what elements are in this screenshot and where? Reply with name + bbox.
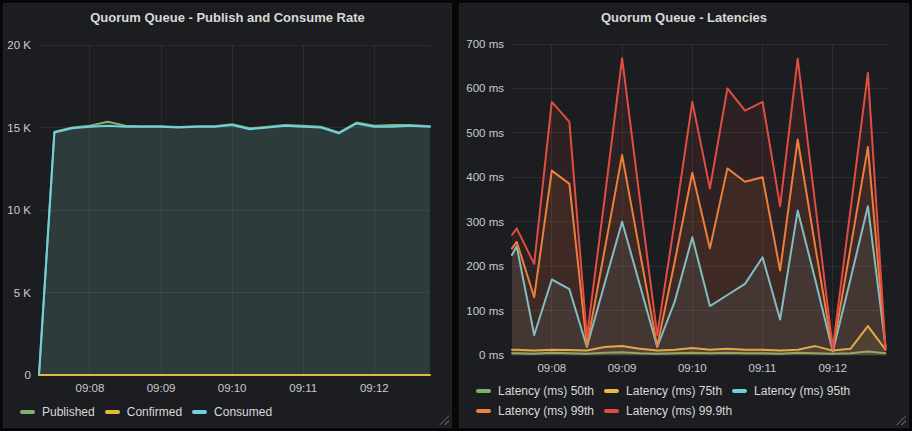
svg-text:09:09: 09:09: [147, 382, 176, 394]
series-area: [39, 123, 430, 375]
y-axis-labels: 700 ms600 ms500 ms400 ms300 ms200 ms100 …: [466, 38, 504, 361]
svg-text:10 K: 10 K: [7, 204, 31, 216]
legend-color-swatch-icon: [476, 389, 491, 393]
legend-label: Latency (ms) 50th: [498, 384, 594, 398]
svg-text:100 ms: 100 ms: [466, 305, 504, 317]
svg-text:200 ms: 200 ms: [466, 260, 504, 272]
panel-publish-consume-rate: Quorum Queue - Publish and Consume Rate …: [3, 3, 452, 428]
legend-color-swatch-icon: [20, 410, 35, 414]
svg-text:09:11: 09:11: [289, 382, 317, 394]
legend-item-latency-ms-50th[interactable]: Latency (ms) 50th: [476, 381, 594, 401]
svg-text:09:08: 09:08: [76, 382, 105, 394]
legend-color-swatch-icon: [192, 410, 207, 414]
svg-text:09:08: 09:08: [537, 362, 566, 374]
latencies-chart[interactable]: 700 ms600 ms500 ms400 ms300 ms200 ms100 …: [460, 4, 910, 429]
y-axis-labels: 20 K15 K10 K5 K0: [7, 39, 31, 381]
svg-text:0: 0: [25, 369, 31, 381]
svg-text:09:12: 09:12: [818, 362, 847, 374]
legend-item-published[interactable]: Published: [20, 402, 95, 422]
legend-item-latency-ms-99th[interactable]: Latency (ms) 99th: [476, 401, 594, 421]
svg-text:700 ms: 700 ms: [466, 38, 504, 50]
svg-text:09:11: 09:11: [749, 362, 777, 374]
legend-color-swatch-icon: [604, 389, 619, 393]
svg-text:09:10: 09:10: [678, 362, 707, 374]
legend-item-latency-ms-99-9th[interactable]: Latency (ms) 99.9th: [604, 401, 732, 421]
legend-label: Latency (ms) 99th: [498, 404, 594, 418]
legend-item-confirmed[interactable]: Confirmed: [105, 402, 182, 422]
legend-label: Latency (ms) 75th: [626, 384, 722, 398]
svg-text:20 K: 20 K: [7, 39, 31, 51]
legend-label: Latency (ms) 95th: [754, 384, 850, 398]
x-axis-labels: 09:0809:0909:1009:1109:12: [537, 362, 847, 374]
legend-label: Confirmed: [127, 405, 182, 419]
legend-color-swatch-icon: [732, 389, 747, 393]
svg-text:09:09: 09:09: [608, 362, 637, 374]
svg-text:0 ms: 0 ms: [479, 349, 504, 361]
svg-text:600 ms: 600 ms: [466, 82, 504, 94]
svg-text:300 ms: 300 ms: [466, 216, 504, 228]
x-axis-labels: 09:0809:0909:1009:1109:12: [76, 382, 389, 394]
svg-text:09:12: 09:12: [360, 382, 389, 394]
legend-color-swatch-icon: [476, 409, 491, 413]
legend-color-swatch-icon: [604, 409, 619, 413]
svg-text:09:10: 09:10: [218, 382, 247, 394]
panel-latencies: Quorum Queue - Latencies 700 ms600 ms500…: [459, 3, 909, 428]
legend-item-latency-ms-75th[interactable]: Latency (ms) 75th: [604, 381, 722, 401]
legend-latencies: Latency (ms) 50thLatency (ms) 75thLatenc…: [476, 381, 898, 421]
legend-color-swatch-icon: [105, 410, 120, 414]
legend-label: Latency (ms) 99.9th: [626, 404, 732, 418]
legend-item-latency-ms-95th[interactable]: Latency (ms) 95th: [732, 381, 850, 401]
svg-text:5 K: 5 K: [14, 287, 32, 299]
grafana-dashboard: Quorum Queue - Publish and Consume Rate …: [0, 0, 912, 431]
legend-label: Published: [42, 405, 95, 419]
legend-label: Consumed: [214, 405, 272, 419]
svg-text:15 K: 15 K: [7, 122, 31, 134]
legend-item-consumed[interactable]: Consumed: [192, 402, 272, 422]
svg-text:400 ms: 400 ms: [466, 171, 504, 183]
legend-publish-consume: PublishedConfirmedConsumed: [20, 402, 441, 422]
publish-consume-chart[interactable]: 20 K15 K10 K5 K009:0809:0909:1009:1109:1…: [4, 4, 453, 429]
svg-text:500 ms: 500 ms: [466, 127, 504, 139]
